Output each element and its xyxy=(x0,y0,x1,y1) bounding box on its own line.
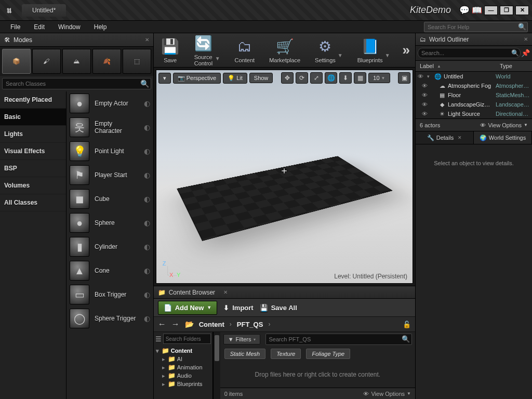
window-maximize-button[interactable]: ❐ xyxy=(500,6,513,15)
outliner-row[interactable]: 👁☁Atmospheric FogAtmosphericFog xyxy=(416,81,532,90)
chevron-down-icon[interactable]: ▼ xyxy=(338,52,345,64)
viewport-options[interactable]: ▾ xyxy=(158,73,171,84)
close-icon[interactable]: ✕ xyxy=(223,289,228,295)
toolbar-marketplace[interactable]: 🛒 Marketplace xyxy=(267,36,302,64)
content-drop-area[interactable]: Drop files here or right click to create… xyxy=(220,361,415,388)
chevron-down-icon[interactable]: ▼ xyxy=(385,52,392,64)
visibility-icon[interactable]: 👁 xyxy=(422,83,429,89)
actor-item[interactable]: ▮Cylinder◐ xyxy=(66,235,153,259)
viewport-maximize[interactable]: ▣ xyxy=(398,72,410,84)
viewport-snap-value[interactable]: 10▼ xyxy=(368,73,390,83)
toolbar-content[interactable]: 🗂 Content xyxy=(233,36,257,64)
viewport-lit[interactable]: 💡Lit xyxy=(223,73,247,84)
close-icon[interactable]: ✕ xyxy=(524,36,528,42)
mode-paint[interactable]: 🖌 xyxy=(32,49,61,74)
mode-foliage[interactable]: 🍂 xyxy=(92,49,121,74)
viewport[interactable]: ▾ 📷Perspective 💡Lit Show ✥ ⟳ ⤢ 🌐 ⬇ ▦ 10▼… xyxy=(156,70,413,284)
filter-chip[interactable]: Static Mesh xyxy=(224,349,265,359)
classes-search-input[interactable] xyxy=(2,78,151,89)
visibility-icon[interactable]: 👁 xyxy=(422,92,429,98)
menu-window[interactable]: Window xyxy=(52,22,87,32)
viewport-transform-scale[interactable]: ⤢ xyxy=(310,72,323,84)
viewport-grid-snap[interactable]: ▦ xyxy=(354,72,366,84)
viewport-coord-space[interactable]: 🌐 xyxy=(325,72,337,84)
tree-node[interactable]: ▾📁Content xyxy=(155,347,211,355)
modes-tab[interactable]: 🛠 Modes ✕ xyxy=(0,33,153,47)
actor-item[interactable]: ▭Box Trigger◐ xyxy=(66,283,153,307)
outliner-row[interactable]: 👁▦FloorStaticMeshActor xyxy=(416,90,532,100)
menu-file[interactable]: File xyxy=(4,22,26,32)
info-icon[interactable]: ◐ xyxy=(144,99,150,108)
viewport-show[interactable]: Show xyxy=(249,73,273,83)
visibility-icon[interactable]: 👁 xyxy=(422,111,429,117)
save-all-button[interactable]: 💾Save All xyxy=(260,304,297,312)
viewport-surface-snap[interactable]: ⬇ xyxy=(339,72,352,84)
help-search-input[interactable] xyxy=(424,22,528,32)
actor-item[interactable]: 웃Empty Character◐ xyxy=(66,115,153,139)
expand-icon[interactable]: ▾ xyxy=(427,74,432,79)
tree-node[interactable]: ▸📁AI xyxy=(155,355,211,363)
window-minimize-button[interactable]: — xyxy=(484,6,498,15)
breadcrumb[interactable]: Content xyxy=(199,321,224,328)
world-outliner-tab[interactable]: 🗂 World Outliner ✕ xyxy=(416,33,532,46)
modes-tab-close[interactable]: ✕ xyxy=(145,37,149,43)
actor-item[interactable]: ●Empty Actor◐ xyxy=(66,91,153,115)
info-icon[interactable]: ◐ xyxy=(144,290,150,299)
filters-button[interactable]: ▼Filters▾ xyxy=(223,334,260,344)
tree-node[interactable]: ▸📁Blueprints xyxy=(155,380,211,388)
viewport-perspective[interactable]: 📷Perspective xyxy=(173,73,221,84)
category-item[interactable]: All Classes xyxy=(0,194,66,211)
info-icon[interactable]: ◐ xyxy=(144,195,150,203)
category-item[interactable]: Basic xyxy=(0,109,66,126)
view-options-button[interactable]: 👁View Options▼ xyxy=(363,391,411,397)
filter-chip[interactable]: Foliage Type xyxy=(306,349,350,359)
outliner-row[interactable]: 👁◆LandscapeGizmoActiveActorLandscapeGizm… xyxy=(416,100,532,109)
pin-icon[interactable]: 📌 xyxy=(521,49,530,57)
toolbar-settings[interactable]: ⚙ Settings xyxy=(313,36,338,64)
actor-item[interactable]: ⚑Player Start◐ xyxy=(66,163,153,187)
import-button[interactable]: ⬇Import xyxy=(223,304,253,312)
viewport-transform-rotate[interactable]: ⟳ xyxy=(296,72,308,84)
breadcrumb[interactable]: PFT_QS xyxy=(237,321,263,328)
chevron-down-icon[interactable]: ▼ xyxy=(215,56,222,68)
actor-item[interactable]: ◼Cube◐ xyxy=(66,187,153,211)
column-label[interactable]: Label▲ xyxy=(416,63,496,69)
folder-search-input[interactable] xyxy=(163,334,211,344)
toolbar-blueprints[interactable]: 📘 Blueprints xyxy=(355,36,385,64)
mode-landscape[interactable]: ⛰ xyxy=(62,49,91,74)
tree-scrollbar[interactable] xyxy=(213,332,220,399)
outliner-row[interactable]: 👁☀Light SourceDirectionalLight xyxy=(416,109,532,118)
level-tab[interactable]: Untitled* xyxy=(22,4,66,17)
visibility-icon[interactable]: 👁 xyxy=(418,73,425,79)
category-item[interactable]: Lights xyxy=(0,126,66,143)
tab-details[interactable]: 🔧Details✕ xyxy=(416,131,474,144)
content-browser-tab[interactable]: 📁 Content Browser ✕ xyxy=(154,286,415,299)
actor-item[interactable]: ▲Cone◐ xyxy=(66,259,153,283)
info-icon[interactable]: ◐ xyxy=(144,243,150,251)
visibility-icon[interactable]: 👁 xyxy=(422,101,429,108)
info-icon[interactable]: ◐ xyxy=(144,219,150,227)
category-item[interactable]: BSP xyxy=(0,160,66,177)
lock-icon[interactable]: 🔓 xyxy=(403,321,411,328)
nav-back[interactable]: ← xyxy=(158,320,166,329)
toolbar-save[interactable]: 💾 Save xyxy=(159,36,182,64)
actor-item[interactable]: 💡Point Light◐ xyxy=(66,139,153,163)
category-item[interactable]: Visual Effects xyxy=(0,143,66,160)
tree-node[interactable]: ▸📁Animation xyxy=(155,363,211,371)
tree-node[interactable]: ▸📁Audio xyxy=(155,371,211,380)
info-icon[interactable]: ◐ xyxy=(144,171,150,179)
column-type[interactable]: Type xyxy=(496,63,532,69)
folder-icon[interactable]: 📂 xyxy=(185,320,194,328)
info-icon[interactable]: ◐ xyxy=(144,314,150,323)
window-close-button[interactable]: ✕ xyxy=(515,6,529,15)
mode-place[interactable]: 📦 xyxy=(2,49,31,74)
menu-edit[interactable]: Edit xyxy=(28,22,51,32)
nav-forward[interactable]: → xyxy=(171,320,180,329)
tab-world-settings[interactable]: 🌍World Settings xyxy=(474,131,532,144)
add-new-button[interactable]: 📄 Add New ▼ xyxy=(158,301,218,315)
docs-icon[interactable]: 📖 xyxy=(472,5,482,16)
info-icon[interactable]: ◐ xyxy=(144,267,150,275)
outliner-row[interactable]: 👁▾🌐UntitledWorld xyxy=(416,72,532,81)
sources-icon[interactable]: ☰ xyxy=(155,335,162,343)
actor-item[interactable]: ●Sphere◐ xyxy=(66,211,153,235)
